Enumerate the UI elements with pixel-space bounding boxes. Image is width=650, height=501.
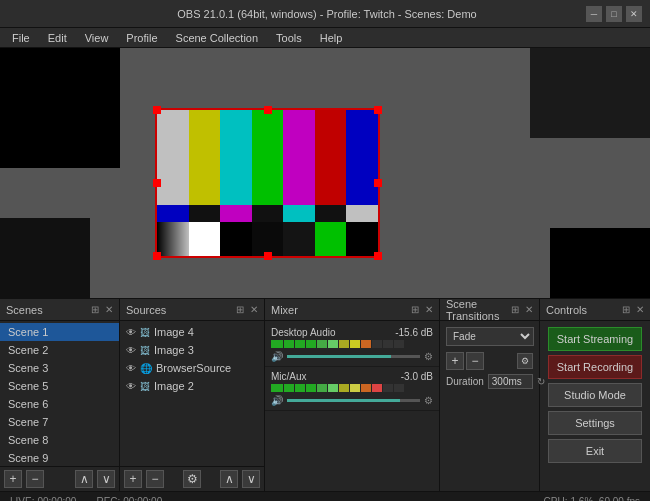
mixer-header-icons: ⊞ ✕ — [411, 304, 433, 315]
menu-item-scene collection[interactable]: Scene Collection — [168, 30, 267, 46]
transitions-icon2[interactable]: ✕ — [525, 304, 533, 315]
bar-white — [157, 110, 189, 205]
sources-icon1[interactable]: ⊞ — [236, 304, 244, 315]
menu-item-profile[interactable]: Profile — [118, 30, 165, 46]
scenes-down-button[interactable]: ∨ — [97, 470, 115, 488]
eye-icon-3[interactable]: 👁 — [126, 381, 136, 392]
mic-volume-slider[interactable] — [287, 399, 420, 402]
mic-mute-icon[interactable]: 🔊 — [271, 395, 283, 406]
bar-b6 — [315, 222, 347, 256]
cpu-value: 1.6%, 60.00 fps — [571, 496, 641, 501]
handle-tm[interactable] — [264, 106, 272, 114]
menu-item-tools[interactable]: Tools — [268, 30, 310, 46]
menu-bar: FileEditViewProfileScene CollectionTools… — [0, 28, 650, 48]
controls-icon1[interactable]: ⊞ — [622, 304, 630, 315]
desktop-settings-icon[interactable]: ⚙ — [424, 351, 433, 362]
settings-button[interactable]: Settings — [548, 411, 642, 435]
source-item-3[interactable]: 👁🖼Image 2 — [120, 377, 264, 395]
desktop-volume-slider[interactable] — [287, 355, 420, 358]
bars-middle — [157, 205, 378, 223]
scene-item-4[interactable]: Scene 6 — [0, 395, 119, 413]
transition-type-select[interactable]: Fade Cut Swipe — [446, 327, 534, 346]
bar-green — [252, 110, 284, 205]
source-item-0[interactable]: 👁🖼Image 4 — [120, 323, 264, 341]
menu-item-edit[interactable]: Edit — [40, 30, 75, 46]
close-button[interactable]: ✕ — [626, 6, 642, 22]
source-item-2[interactable]: 👁🌐BrowserSource — [120, 359, 264, 377]
duration-input[interactable] — [488, 374, 533, 389]
desktop-audio-db: -15.6 dB — [395, 327, 433, 338]
maximize-button[interactable]: □ — [606, 6, 622, 22]
mixer-panel-header: Mixer ⊞ ✕ — [265, 299, 439, 321]
sources-settings-button[interactable]: ⚙ — [183, 470, 201, 488]
sources-add-button[interactable]: + — [124, 470, 142, 488]
preview-black-bl — [0, 218, 90, 298]
handle-bl[interactable] — [153, 252, 161, 260]
transitions-title: Scene Transitions — [446, 298, 511, 322]
scene-item-0[interactable]: Scene 1 — [0, 323, 119, 341]
scenes-add-button[interactable]: + — [4, 470, 22, 488]
eye-icon-2[interactable]: 👁 — [126, 363, 136, 374]
mic-aux-meter — [271, 384, 433, 392]
mic-settings-icon[interactable]: ⚙ — [424, 395, 433, 406]
scenes-list: Scene 1Scene 2Scene 3Scene 5Scene 6Scene… — [0, 321, 119, 466]
bar-red — [315, 110, 347, 205]
scene-item-7[interactable]: Scene 9 — [0, 449, 119, 466]
handle-ml[interactable] — [153, 179, 161, 187]
scenes-icon1[interactable]: ⊞ — [91, 304, 99, 315]
handle-tr[interactable] — [374, 106, 382, 114]
sources-footer: + − ⚙ ∧ ∨ — [120, 466, 264, 491]
src-type-icon-3: 🖼 — [140, 381, 150, 392]
bar-m3 — [220, 205, 252, 223]
src-type-icon-0: 🖼 — [140, 327, 150, 338]
start-streaming-button[interactable]: Start Streaming — [548, 327, 642, 351]
scene-item-6[interactable]: Scene 8 — [0, 431, 119, 449]
scenes-remove-button[interactable]: − — [26, 470, 44, 488]
menu-item-help[interactable]: Help — [312, 30, 351, 46]
sources-icon2[interactable]: ✕ — [250, 304, 258, 315]
bar-b7 — [346, 222, 378, 256]
scenes-up-button[interactable]: ∧ — [75, 470, 93, 488]
controls-content: Start Streaming Start Recording Studio M… — [540, 321, 650, 469]
transitions-remove-button[interactable]: − — [466, 352, 484, 370]
mixer-icon2[interactable]: ✕ — [425, 304, 433, 315]
transitions-panel-header: Scene Transitions ⊞ ✕ — [440, 299, 539, 321]
eye-icon-0[interactable]: 👁 — [126, 327, 136, 338]
scene-item-1[interactable]: Scene 2 — [0, 341, 119, 359]
transitions-add-button[interactable]: + — [446, 352, 464, 370]
sources-down-button[interactable]: ∨ — [242, 470, 260, 488]
start-recording-button[interactable]: Start Recording — [548, 355, 642, 379]
mixer-icon1[interactable]: ⊞ — [411, 304, 419, 315]
menu-item-view[interactable]: View — [77, 30, 117, 46]
bar-m6 — [315, 205, 347, 223]
transitions-settings-icon[interactable]: ⚙ — [517, 353, 533, 369]
source-name-2: BrowserSource — [156, 362, 231, 374]
handle-br[interactable] — [374, 252, 382, 260]
scene-item-3[interactable]: Scene 5 — [0, 377, 119, 395]
eye-icon-1[interactable]: 👁 — [126, 345, 136, 356]
bar-m4 — [252, 205, 284, 223]
sources-remove-button[interactable]: − — [146, 470, 164, 488]
handle-tl[interactable] — [153, 106, 161, 114]
window-controls: ─ □ ✕ — [586, 6, 642, 22]
scenes-title: Scenes — [6, 304, 43, 316]
bar-m7 — [346, 205, 378, 223]
bottom-panels: Scenes ⊞ ✕ Scene 1Scene 2Scene 3Scene 5S… — [0, 298, 650, 491]
src-type-icon-1: 🖼 — [140, 345, 150, 356]
desktop-mute-icon[interactable]: 🔊 — [271, 351, 283, 362]
minimize-button[interactable]: ─ — [586, 6, 602, 22]
menu-item-file[interactable]: File — [4, 30, 38, 46]
studio-mode-button[interactable]: Studio Mode — [548, 383, 642, 407]
controls-icon2[interactable]: ✕ — [636, 304, 644, 315]
sources-up-button[interactable]: ∧ — [220, 470, 238, 488]
exit-button[interactable]: Exit — [548, 439, 642, 463]
scene-item-5[interactable]: Scene 7 — [0, 413, 119, 431]
scene-item-2[interactable]: Scene 3 — [0, 359, 119, 377]
mic-aux-header: Mic/Aux -3.0 dB — [271, 371, 433, 382]
handle-bm[interactable] — [264, 252, 272, 260]
transitions-icon1[interactable]: ⊞ — [511, 304, 519, 315]
source-item-1[interactable]: 👁🖼Image 3 — [120, 341, 264, 359]
bars-bottom — [157, 222, 378, 256]
scenes-icon2[interactable]: ✕ — [105, 304, 113, 315]
handle-mr[interactable] — [374, 179, 382, 187]
